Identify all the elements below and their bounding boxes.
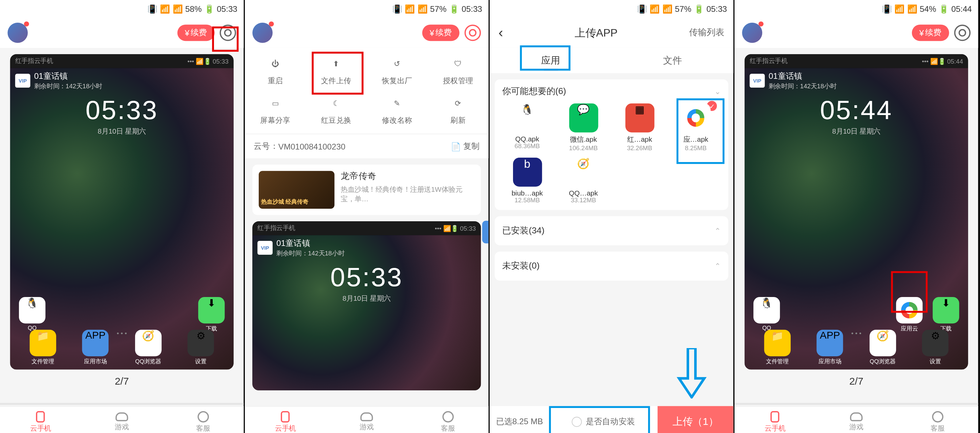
app-item-red[interactable]: ▦红…apk32.26MB [615,103,664,152]
promo-title: 龙帝传奇 [340,171,474,182]
cloud-phone-preview[interactable]: 红手指云手机••• 📶🔋 05:33 VIP 01童话镇剩余时间：142天18小… [252,221,481,390]
installed-section[interactable]: 已安装(34)⌃ [495,216,729,245]
screenshot-2: 📳 📶 📶 57% 🔋 05:33 ¥ 续费 ⏻重启 ⬆文件上传 ↺恢复出厂 🛡… [245,0,490,433]
settings-icon[interactable] [465,25,481,41]
copy-button[interactable]: 📄 复制 [451,141,480,152]
page-indicator: 2/7 [735,376,978,387]
factory-reset-button[interactable]: ↺恢复出厂 [367,56,428,86]
qq-browser-icon[interactable]: 🧭QQ浏览器 [135,330,161,366]
promo-image [259,171,334,209]
upload-button[interactable]: ⬆文件上传 [306,56,367,86]
settings-icon[interactable] [220,25,236,41]
app-header: ¥ 续费 [0,17,244,48]
back-button[interactable]: ‹ [498,25,503,41]
promo-card[interactable]: 龙帝传奇 热血沙城！经典传奇！注册送1W体验元宝，单… [252,165,481,215]
vip-info: VIP 01童话镇 剩余时间：142天18小时 [15,71,102,91]
nav-cs[interactable]: 客服 [897,407,978,433]
battery-icon: 🔋 [204,4,214,14]
nav-cs[interactable]: 客服 [162,407,244,433]
nav-game[interactable]: 游戏 [81,407,162,433]
download-app-icon[interactable]: ⬇下载 [932,297,959,333]
dock: 📁文件管理 APP应用市场 🧭QQ浏览器 ⚙设置 [10,330,234,366]
nav-phone[interactable]: 云手机 [0,407,81,433]
nav-phone[interactable]: 云手机 [245,407,326,433]
promo-desc: 热血沙城！经典传奇！注册送1W体验元宝，单… [340,185,474,204]
transfer-list-link[interactable]: 传输列表 [689,27,724,38]
upload-header: ‹ 上传APP 传输列表 [490,17,733,48]
rename-button[interactable]: ✎修改名称 [367,95,428,126]
app-item-biub[interactable]: bbiub…apk12.58MB [502,158,552,204]
renew-button[interactable]: ¥ 续费 [422,25,459,41]
battery-pct: 58% [185,4,202,14]
app-item-wechat[interactable]: 💬微信.apk106.24MB [558,103,608,152]
renew-button[interactable]: ¥ 续费 [912,25,949,41]
avatar[interactable] [742,23,762,43]
nav-game[interactable]: 游戏 [816,407,897,433]
status-bar: 📳 📶 📶 57% 🔋 05:33 [245,0,488,17]
qq-app-icon[interactable]: 🐧QQ [754,297,780,333]
tabs: 应用 文件 [490,48,733,73]
bean-exchange-button[interactable]: ☾红豆兑换 [306,95,367,126]
notinstalled-section[interactable]: 未安装(0)⌃ [495,252,729,281]
refresh-button[interactable]: ⟳刷新 [428,95,488,126]
screenshot-4: 📳📶📶 54%🔋 05:44 ¥ 续费 红手指云手机••• 📶🔋 05:44 V… [735,0,979,433]
bottom-nav: 云手机 游戏 客服 [245,406,488,433]
signal-icon: 📶 [418,4,428,14]
vibrate-icon: 📳 [392,4,402,14]
app-item-qqb[interactable]: 🧭QQ…apk33.12MB [558,158,608,204]
app-store-icon[interactable]: APP应用市场 [817,330,843,366]
app-item-cloud[interactable]: ✓应…apk8.25MB [671,103,721,152]
bottom-nav: 云手机 游戏 客服 [0,406,244,433]
app-item-qq[interactable]: 🐧QQ.apk68.36MB [502,103,552,152]
nav-phone[interactable]: 云手机 [735,407,816,433]
vibrate-icon: 📳 [147,4,158,14]
app-header: ¥ 续费 [735,17,978,48]
app-store-icon[interactable]: APP应用市场 [82,330,109,366]
qq-app-icon[interactable]: 🐧QQ [19,297,45,333]
avatar[interactable] [252,23,273,43]
nav-cs[interactable]: 客服 [407,407,488,433]
nav-game[interactable]: 游戏 [326,407,407,433]
arrow-annotation [676,348,707,401]
avatar[interactable] [8,23,28,43]
auth-button[interactable]: 🛡授权管理 [428,56,488,86]
upload-bar: 已选8.25 MB 是否自动安装 上传（1） [490,406,733,433]
status-time: 05:33 [217,4,237,14]
file-manager-icon[interactable]: 📁文件管理 [29,330,56,366]
pm-status-bar: 红手指云手机 ••• 📶🔋 05:33 [10,54,234,68]
page-title: 上传APP [503,25,689,40]
settings-icon[interactable] [954,25,970,41]
cloud-phone-preview[interactable]: 红手指云手机••• 📶🔋 05:44 VIP 01童话镇剩余时间：142天18小… [745,54,968,370]
settings-app-icon[interactable]: ⚙设置 [188,330,214,366]
screen-share-button[interactable]: ▭屏幕分享 [245,95,306,126]
restart-button[interactable]: ⏻重启 [245,56,306,86]
renew-button[interactable]: ¥ 续费 [177,25,214,41]
suggested-header[interactable]: 你可能想要的(6)⌄ [502,86,721,97]
qq-browser-icon[interactable]: 🧭QQ浏览器 [869,330,896,366]
cloud-phone-preview[interactable]: 红手指云手机 ••• 📶🔋 05:33 VIP 01童话镇 剩余时间：142天1… [10,54,234,370]
download-app-icon[interactable]: ⬇下载 [198,297,224,333]
status-bar: 📳📶📶 57%🔋 05:33 [490,0,733,17]
upload-button[interactable]: 上传（1） [658,406,733,433]
screenshot-3: 📳📶📶 57%🔋 05:33 ‹ 上传APP 传输列表 应用 文件 你可能想要的… [490,0,735,433]
cloud-app-icon[interactable]: 应用云 [896,297,923,333]
cloud-id-value: VM010084100230 [278,141,345,151]
settings-app-icon[interactable]: ⚙设置 [922,330,948,366]
suggested-section: 你可能想要的(6)⌄ 🐧QQ.apk68.36MB 💬微信.apk106.24M… [495,79,729,210]
vip-badge: VIP [15,74,30,87]
wifi-icon: 📶 [405,4,415,14]
time-remaining: 剩余时间：142天18小时 [34,82,102,90]
auto-install-toggle[interactable]: 是否自动安装 [549,416,658,428]
screenshot-1: 📳 📶 📶 58% 🔋 05:33 ¥ 续费 红手指云手机 ••• 📶🔋 05:… [0,0,245,433]
status-bar: 📳 📶 📶 58% 🔋 05:33 [0,0,244,17]
tab-file[interactable]: 文件 [612,48,733,73]
battery-icon: 🔋 [449,4,459,14]
page-indicator: 2/7 [0,376,244,387]
signal-icon: 📶 [173,4,183,14]
status-bar: 📳📶📶 54%🔋 05:44 [735,0,978,17]
side-handle[interactable] [482,220,488,243]
home-icons: 🐧QQ ⬇下载 [10,297,234,333]
file-manager-icon[interactable]: 📁文件管理 [764,330,791,366]
tab-app[interactable]: 应用 [490,48,612,73]
chevron-down-icon: ⌄ [714,87,721,96]
